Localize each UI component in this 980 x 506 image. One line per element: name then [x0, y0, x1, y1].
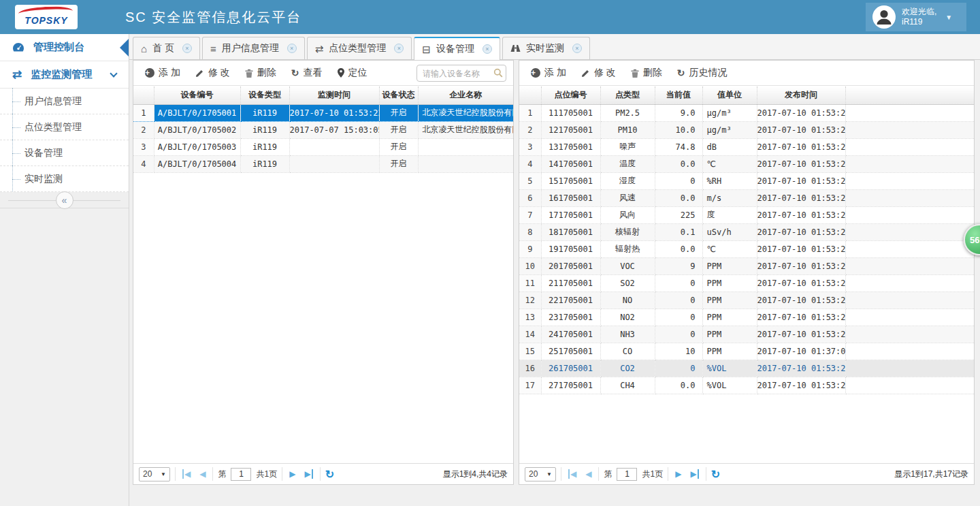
sidebar-item-realtime-monitor[interactable]: 实时监测: [0, 166, 129, 192]
point-edit-button[interactable]: 修 改: [574, 64, 623, 82]
user-menu-button[interactable]: 欢迎光临,iR119 ▼: [866, 3, 966, 31]
cell: iR119: [240, 155, 289, 172]
sidebar-item-device-mgmt[interactable]: 设备管理: [0, 140, 129, 166]
close-icon[interactable]: ×: [287, 44, 297, 53]
table-row[interactable]: 1111705001PM2.59.0μg/m³2017-07-10 01:53:…: [519, 104, 974, 121]
cell: [289, 155, 379, 172]
tab-device-mgmt[interactable]: ⊟设备管理×: [414, 37, 500, 60]
first-page-button[interactable]: ◀: [566, 469, 578, 479]
table-row[interactable]: 1A/BJLT/0/1705001iR1192017-07-10 01:53:2…: [133, 104, 513, 121]
device-add-button[interactable]: +添 加: [137, 64, 188, 82]
button-label: 添 加: [159, 67, 180, 79]
cell: 3: [519, 138, 541, 155]
table-row[interactable]: 15251705001CO10PPM2017-07-10 01:37:01: [519, 343, 974, 360]
device-locate-button[interactable]: 定位: [330, 64, 375, 82]
refresh-button[interactable]: ↻: [325, 468, 334, 481]
device-edit-button[interactable]: 修 改: [188, 64, 238, 82]
button-label: 添 加: [544, 67, 566, 79]
next-page-button[interactable]: ▶: [673, 469, 683, 479]
table-row[interactable]: 9191705001辐射热0.0℃2017-07-10 01:53:21: [519, 240, 974, 257]
table-row[interactable]: 13231705001NO20PPM2017-07-10 01:53:22: [519, 309, 974, 326]
cell: 0: [655, 360, 702, 377]
tab-label: 首 页: [152, 42, 174, 54]
table-row[interactable]: 4141705001温度0.0℃2017-07-10 01:53:22: [519, 155, 974, 172]
sidebar-item-console[interactable]: 管理控制台: [0, 34, 129, 61]
prev-page-button[interactable]: ◀: [197, 469, 208, 479]
page-size-select[interactable]: 20▼: [525, 467, 556, 481]
refresh-icon: ↻: [291, 67, 299, 78]
cell: 开启: [379, 104, 418, 121]
table-row[interactable]: 2A/BJLT/0/1705002iR1192017-07-07 15:03:0…: [133, 121, 513, 138]
page-input[interactable]: [231, 468, 251, 481]
refresh-button[interactable]: ↻: [711, 468, 720, 481]
table-row[interactable]: 3131705001噪声74.8dB2017-07-10 01:53:22: [519, 138, 974, 155]
close-icon[interactable]: ×: [182, 44, 192, 53]
cell: 12: [519, 291, 541, 309]
cell: CO: [600, 343, 655, 360]
sidebar-item-point-type-mgmt[interactable]: 点位类型管理: [0, 114, 129, 140]
cell: 辐射热: [600, 240, 655, 257]
cell: 13: [519, 309, 541, 326]
table-row[interactable]: 12221705001NO0PPM2017-07-10 01:53:21: [519, 291, 974, 309]
last-page-button[interactable]: ▶: [688, 469, 700, 479]
cell: 2017-07-10 01:53:21: [757, 206, 845, 223]
tab-home[interactable]: ⌂首 页×: [133, 37, 200, 59]
records-summary: 显示1到4,共4记录: [443, 469, 508, 480]
table-row[interactable]: 3A/BJLT/0/1705003iR119开启: [133, 138, 513, 155]
table-row[interactable]: 6161705001风速0.0m/s2017-07-10 01:53:21: [519, 189, 974, 206]
search-icon[interactable]: [493, 68, 503, 78]
cell: VOC: [600, 257, 655, 274]
last-page-button[interactable]: ▶: [302, 469, 314, 479]
cell: 度: [702, 206, 757, 223]
table-row[interactable]: 7171705001风向225度2017-07-10 01:53:21: [519, 206, 974, 223]
chevron-down-icon: [110, 69, 117, 77]
cell: [845, 172, 974, 189]
device-delete-button[interactable]: 删除: [238, 64, 284, 82]
table-row[interactable]: 10201705001VOC9PPM2017-07-10 01:53:22: [519, 257, 974, 274]
tab-point-type-mgmt[interactable]: ⇄点位类型管理×: [307, 37, 412, 59]
point-add-button[interactable]: +添 加: [523, 64, 574, 82]
plus-icon: +: [531, 68, 540, 78]
cell: NO2: [600, 309, 655, 326]
device-view-button[interactable]: ↻查看: [284, 64, 330, 82]
table-row[interactable]: 14241705001NH30PPM2017-07-10 01:53:21: [519, 326, 974, 343]
tab-realtime-monitor[interactable]: 实时监测×: [502, 37, 590, 59]
first-page-button[interactable]: ◀: [180, 469, 193, 479]
cell: 10: [519, 257, 541, 274]
table-row[interactable]: 17271705001CH40.0%VOL2017-07-10 01:53:21: [519, 377, 974, 394]
page-size-select[interactable]: 20▼: [139, 467, 170, 481]
close-icon[interactable]: ×: [572, 44, 582, 53]
next-page-button[interactable]: ▶: [287, 469, 297, 479]
close-icon[interactable]: ×: [394, 44, 404, 53]
sidebar-collapse-button[interactable]: «: [56, 191, 74, 209]
tab-label: 实时监测: [526, 42, 564, 54]
cell: 0: [655, 172, 702, 189]
point-delete-button[interactable]: 删除: [623, 64, 670, 82]
cell: 161705001: [541, 189, 600, 206]
point-history-button[interactable]: ↻历史情况: [670, 64, 735, 82]
sidebar-item-user-info-mgmt[interactable]: 用户信息管理: [0, 89, 129, 114]
cell: 2017-07-10 01:53:22: [757, 138, 845, 155]
cell: 2017-07-10 01:53:21: [757, 189, 845, 206]
sidebar-item-monitor-mgmt[interactable]: ⇄ 监控监测管理: [0, 61, 129, 89]
list-icon: ≡: [210, 44, 216, 54]
table-row[interactable]: 2121705001PM1010.0μg/m³2017-07-10 01:53:…: [519, 121, 974, 138]
cell: 2017-07-10 01:53:21: [757, 223, 845, 240]
table-row[interactable]: 5151705001湿度0%RH2017-07-10 01:53:22: [519, 172, 974, 189]
close-icon[interactable]: ×: [483, 44, 492, 54]
chevron-down-icon: ▼: [546, 471, 552, 477]
tab-user-info-mgmt[interactable]: ≡用户信息管理×: [202, 37, 305, 59]
table-row[interactable]: 11211705001SO20PPM2017-07-10 01:53:22: [519, 274, 974, 291]
cell: [418, 138, 513, 155]
table-row[interactable]: 16261705001CO20%VOL2017-07-10 01:53:22: [519, 360, 974, 377]
table-row[interactable]: 4A/BJLT/0/1705004iR119开启: [133, 155, 513, 172]
cell: 4: [519, 155, 541, 172]
prev-page-button[interactable]: ◀: [583, 469, 593, 479]
device-pagination: 20▼ ◀ ◀ 第 共1页 ▶ ▶ ↻ 显示1到4,共4记录: [133, 463, 513, 484]
page-label-suffix: 共1页: [256, 469, 277, 480]
tab-bar: ⌂首 页×≡用户信息管理×⇄点位类型管理×⊟设备管理×实时监测×: [129, 34, 980, 60]
cell: 2017-07-10 01:53:22: [757, 104, 845, 121]
page-input[interactable]: [617, 468, 637, 481]
cell: 141705001: [541, 155, 600, 172]
table-row[interactable]: 8181705001核辐射0.1uSv/h2017-07-10 01:53:21: [519, 223, 974, 240]
